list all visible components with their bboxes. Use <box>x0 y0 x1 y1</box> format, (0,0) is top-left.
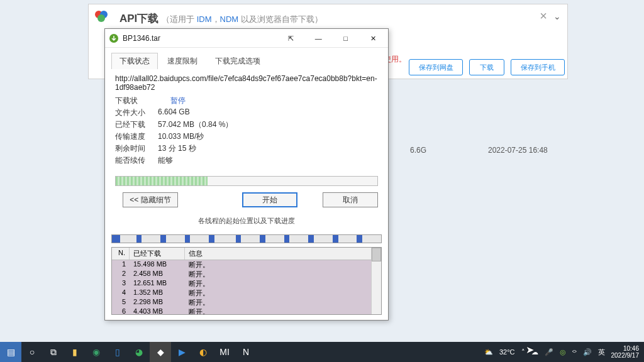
download-url: http://allall02.baidupcs.com/file/c7efca… <box>115 74 378 92</box>
progress-bar <box>115 176 378 186</box>
table-row[interactable]: 64.403 MB断开。 <box>112 307 381 315</box>
background-title: API下载 （适用于 IDM，NDM 以及浏览器自带下载） <box>119 11 323 26</box>
ndm-link[interactable]: NDM <box>220 14 239 24</box>
filesize-value: 6.604 GB <box>158 107 190 118</box>
tray-chevron-icon[interactable]: ˄ <box>521 348 525 356</box>
volume-icon[interactable]: 🔊 <box>583 348 592 356</box>
maximize-icon[interactable]: □ <box>333 35 358 42</box>
remaining-label: 剩余时间 <box>115 143 158 154</box>
thread-map <box>111 234 382 243</box>
table-row[interactable]: 41.352 MB断开。 <box>112 288 381 298</box>
wechat-icon[interactable]: ◕ <box>128 342 150 362</box>
background-expand-icon[interactable]: ⌄ <box>553 11 561 21</box>
background-title-text: API下载 <box>119 13 158 25</box>
speed-label: 传输速度 <box>115 131 158 142</box>
tab-completion-options[interactable]: 下载完成选项 <box>207 53 269 69</box>
cancel-button[interactable]: 取消 <box>323 192 378 207</box>
file-size-text: 6.6G <box>410 146 426 155</box>
table-scrollbar[interactable] <box>371 248 381 314</box>
phone-icon[interactable]: ▯ <box>107 342 128 362</box>
status-label: 下载状 <box>115 96 158 106</box>
background-close-icon[interactable]: × <box>540 9 547 23</box>
explorer-icon[interactable]: ▮ <box>64 342 86 362</box>
cloud-logo-icon <box>93 8 112 26</box>
speed-value: 10.033 MB/秒 <box>158 131 204 142</box>
resume-label: 能否续传 <box>115 155 158 166</box>
download-dialog: BP1346.tar ⇱ ― □ ✕ 下载状态 速度限制 下载完成选项 http… <box>104 28 389 321</box>
media-icon[interactable]: ◐ <box>192 342 214 362</box>
taskview-icon[interactable]: ⧉ <box>43 342 64 362</box>
idm-app-icon <box>109 33 119 43</box>
downloaded-value: 57.042 MB（0.84 %） <box>158 119 233 130</box>
pause-link[interactable]: 暂停 <box>170 96 186 106</box>
col-info[interactable]: 信息 <box>185 248 381 260</box>
filesize-label: 文件大小 <box>115 107 158 118</box>
dialog-titlebar[interactable]: BP1346.tar ⇱ ― □ ✕ <box>105 29 388 48</box>
dialog-tabs: 下载状态 速度限制 下载完成选项 <box>105 48 388 69</box>
video-app-icon[interactable]: ▶ <box>171 342 192 362</box>
idm-link[interactable]: IDM <box>197 14 212 24</box>
idm-taskbar-icon[interactable]: ◆ <box>150 342 171 362</box>
save-to-pan-button[interactable]: 保存到网盘 <box>409 59 463 75</box>
wifi-icon[interactable]: ⌔ <box>572 348 577 356</box>
tab-speed-limit[interactable]: 速度限制 <box>159 53 206 69</box>
mi-icon[interactable]: MI <box>214 342 235 362</box>
table-row[interactable]: 22.458 MB断开。 <box>112 270 381 279</box>
col-downloaded[interactable]: 已经下载 <box>130 248 185 260</box>
download-button[interactable]: 下载 <box>469 59 504 75</box>
start-button[interactable]: 开始 <box>242 192 297 207</box>
restore-down-icon[interactable]: ⇱ <box>279 35 304 43</box>
windows-taskbar[interactable]: ▤ ○ ⧉ ▮ ◉ ▯ ◕ ◆ ▶ ◐ MI N ⛅ 32°C ˄ ☁ 🎤 ◎ … <box>0 342 644 362</box>
ime-indicator[interactable]: 英 <box>598 348 605 357</box>
resume-value: 能够 <box>158 155 173 166</box>
threads-hint: 各线程的起始位置以及下载进度 <box>115 216 378 226</box>
search-icon[interactable]: ○ <box>21 342 43 362</box>
edge-icon[interactable]: ◉ <box>86 342 107 362</box>
weather-icon[interactable]: ⛅ <box>484 348 493 356</box>
col-n[interactable]: N. <box>112 248 130 260</box>
tab-download-status[interactable]: 下载状态 <box>111 53 158 69</box>
mouse-cursor-icon: ➤ <box>526 344 534 356</box>
table-row[interactable]: 312.651 MB断开。 <box>112 279 381 288</box>
weather-temp[interactable]: 32°C <box>499 348 515 356</box>
remaining-value: 13 分 15 秒 <box>158 143 196 154</box>
table-row[interactable]: 115.498 MB断开。 <box>112 260 381 270</box>
start-icon[interactable]: ▤ <box>0 342 21 362</box>
table-row[interactable]: 52.298 MB断开。 <box>112 298 381 307</box>
n-app-icon[interactable]: N <box>235 342 257 362</box>
svg-point-2 <box>97 14 105 22</box>
save-to-phone-button[interactable]: 保存到手机 <box>511 59 565 75</box>
minimize-icon[interactable]: ― <box>306 35 331 42</box>
downloaded-label: 已经下载 <box>115 119 158 130</box>
security-tray-icon[interactable]: ◎ <box>560 348 566 356</box>
taskbar-clock[interactable]: 10:46 2022/9/17 <box>611 345 640 359</box>
close-icon[interactable]: ✕ <box>360 35 386 43</box>
mic-tray-icon[interactable]: 🎤 <box>545 348 553 356</box>
dialog-title-text: BP1346.tar <box>123 34 279 43</box>
thread-table: N. 已经下载 信息 115.498 MB断开。22.458 MB断开。312.… <box>111 247 382 315</box>
hide-details-button[interactable]: << 隐藏细节 <box>123 192 178 207</box>
file-date-text: 2022-07-25 16:48 <box>488 146 548 155</box>
